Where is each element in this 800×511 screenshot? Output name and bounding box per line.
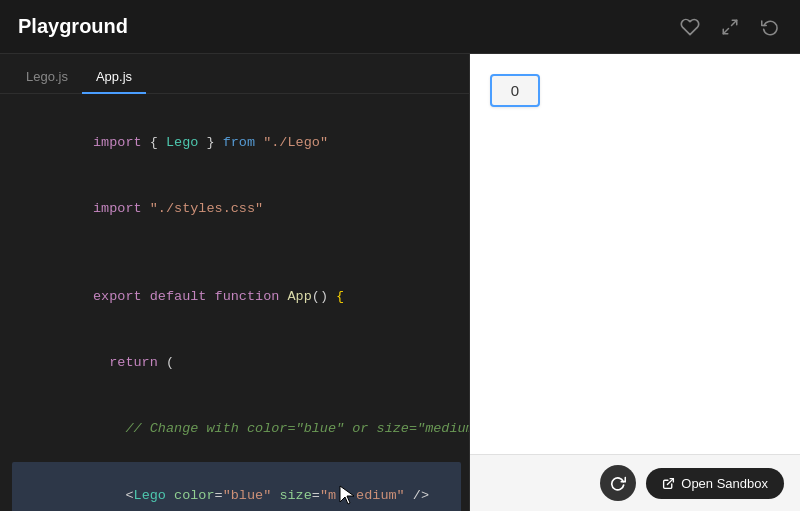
svg-line-1 [723,28,728,33]
header: Playground [0,0,800,54]
preview-panel: 0 Open Sandbox [470,54,800,511]
code-line-7: <Lego color="blue" size="medium" /> [12,462,461,511]
code-line-3 [12,242,461,264]
code-line-5: return ( [12,330,461,396]
main-content: Lego.js App.js import { Lego } from "./L… [0,54,800,511]
code-line-2: import "./styles.css" [12,176,461,242]
tab-app-js[interactable]: App.js [82,61,146,94]
header-actions [678,15,782,39]
code-line-4: export default function App() { [12,264,461,330]
code-editor[interactable]: import { Lego } from "./Lego" import "./… [0,94,469,511]
open-sandbox-icon [662,477,675,490]
tab-bar: Lego.js App.js [0,54,469,94]
customize-icon[interactable] [678,15,702,39]
lego-button[interactable]: 0 [490,74,540,107]
tab-lego-js[interactable]: Lego.js [12,61,82,94]
refresh-button[interactable] [600,465,636,501]
preview-content: 0 [470,54,800,454]
page-title: Playground [18,15,128,38]
editor-panel: Lego.js App.js import { Lego } from "./L… [0,54,470,511]
svg-line-2 [668,478,674,484]
open-sandbox-button[interactable]: Open Sandbox [646,468,784,499]
expand-icon[interactable] [718,15,742,39]
reset-icon[interactable] [758,15,782,39]
code-line-1: import { Lego } from "./Lego" [12,110,461,176]
code-line-6: // Change with color="blue" or size="med… [12,396,461,462]
preview-footer: Open Sandbox [470,454,800,511]
svg-line-0 [732,20,737,25]
open-sandbox-label: Open Sandbox [681,476,768,491]
